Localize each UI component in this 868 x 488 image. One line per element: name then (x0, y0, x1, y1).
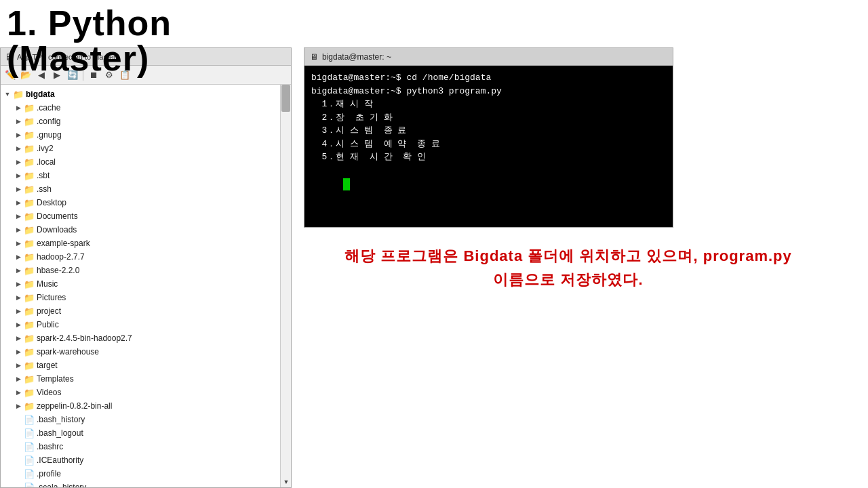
folder-icon: 📁 (24, 306, 35, 317)
tree-item-label: spark-warehouse (37, 347, 99, 357)
tree-item[interactable]: ▶📁spark-2.4.5-bin-hadoop2.7 (1, 331, 280, 345)
file-tree[interactable]: ▼ 📁 bigdata ▶📁.cache▶📁.config▶📁.gnupg▶📁.… (1, 85, 280, 487)
tree-item[interactable]: 📄.scala_history (1, 481, 280, 487)
fm-titlebar: 🖥 App TP - connected to master (1, 48, 291, 66)
tree-toggle-icon: ▶ (14, 361, 22, 369)
folder-icon: 📁 (24, 238, 35, 249)
toolbar-open[interactable]: 📂 (19, 68, 33, 82)
folder-icon: 📁 (24, 143, 35, 154)
tree-toggle-icon: ▶ (14, 199, 22, 207)
tree-toggle-icon (14, 415, 22, 424)
tree-toggle-icon: ▶ (14, 239, 22, 247)
tree-item[interactable]: ▶📁.ivy2 (1, 142, 280, 155)
tree-item-label: hbase-2.2.0 (37, 266, 79, 275)
tree-item[interactable]: ▶📁hadoop-2.7.7 (1, 250, 280, 264)
tree-item[interactable]: ▶📁Public (1, 318, 280, 331)
toolbar-edit[interactable]: ✏️ (3, 68, 17, 82)
tree-item[interactable]: ▶📁Desktop (1, 196, 280, 209)
tree-item-label: .sbt (37, 171, 50, 180)
tree-item[interactable]: ▶📁project (1, 304, 280, 318)
tree-item-label: .bash_history (37, 415, 85, 424)
tree-item[interactable]: ▶📁hbase-2.2.0 (1, 264, 280, 277)
tree-item[interactable]: 📄.profile (1, 467, 280, 481)
tree-item-label: Documents (37, 211, 78, 221)
folder-icon: 📁 (24, 251, 35, 262)
tree-toggle-icon: ▶ (14, 348, 22, 356)
terminal-cursor (343, 178, 350, 190)
tree-item[interactable]: ▶📁.gnupg (1, 128, 280, 142)
description-text: 해당 프로그램은 Bigdata 폴더에 위치하고 있으며, program.p… (317, 244, 819, 291)
terminal-line: 2．장 초 기 화 (311, 111, 666, 125)
tree-item-label: .config (37, 117, 60, 126)
tree-toggle-icon: ▶ (14, 307, 22, 315)
tree-item-label: .local (37, 157, 56, 167)
tree-toggle-icon: ▶ (14, 402, 22, 410)
terminal-titlebar: 🖥 bigdata@master: ~ (304, 47, 673, 65)
folder-icon: 📁 (24, 170, 35, 181)
tree-item[interactable]: ▶📁.sbt (1, 169, 280, 182)
toolbar-stop[interactable]: ⏹ (87, 68, 100, 82)
file-icon: 📄 (24, 455, 35, 466)
tree-toggle-icon: ▶ (14, 266, 22, 274)
tree-item[interactable]: ▶📁zeppelin-0.8.2-bin-all (1, 399, 280, 413)
tree-toggle-icon: ▶ (14, 375, 22, 383)
folder-icon: 📁 (24, 346, 35, 357)
toolbar-forward[interactable]: ▶ (50, 68, 64, 82)
tree-item[interactable]: ▶📁Documents (1, 209, 280, 223)
file-icon: 📄 (24, 468, 35, 479)
tree-item[interactable]: ▶📁Music (1, 277, 280, 291)
tree-item-label: .ICEauthority (37, 455, 83, 465)
tree-item-label: target (37, 361, 58, 370)
tree-item[interactable]: 📄.ICEauthority (1, 453, 280, 467)
tree-item[interactable]: ▶📁.config (1, 115, 280, 128)
toolbar-properties[interactable]: 📋 (118, 68, 132, 82)
tree-item[interactable]: ▶📁Videos (1, 386, 280, 399)
toolbar-refresh[interactable]: 🔄 (66, 68, 79, 82)
scrollbar-thumb[interactable] (281, 85, 290, 112)
terminal-line: 1．재 시 작 (311, 98, 666, 111)
folder-icon: 📁 (24, 401, 35, 411)
tree-item-label: .scala_history (37, 483, 86, 487)
scrollbar[interactable]: ▲ ▼ (280, 85, 291, 487)
tree-toggle-icon: ▶ (14, 388, 22, 396)
terminal-body[interactable]: bigdata@master:~$ cd /home/bigdatabigdat… (304, 65, 673, 228)
tree-item-label: .profile (37, 469, 61, 479)
tree-item-label: Pictures (37, 293, 66, 302)
folder-icon: 📁 (24, 157, 35, 167)
terminal-lines: bigdata@master:~$ cd /home/bigdatabigdat… (311, 71, 666, 164)
terminal-title: bigdata@master: ~ (322, 52, 391, 62)
folder-icon: 📁 (24, 373, 35, 384)
tree-item[interactable]: ▶📁Templates (1, 372, 280, 386)
tree-item[interactable]: 📄.bash_history (1, 413, 280, 426)
tree-item[interactable]: ▶📁.ssh (1, 182, 280, 196)
tree-item[interactable]: 📄.bashrc (1, 440, 280, 453)
tree-item-label: Templates (37, 374, 74, 384)
description-area: 해당 프로그램은 Bigdata 폴더에 위치하고 있으며, program.p… (304, 230, 833, 305)
tree-toggle-icon: ▶ (14, 171, 22, 180)
tree-item-label: Downloads (37, 225, 77, 235)
tree-item[interactable]: ▶📁Downloads (1, 223, 280, 237)
tree-item[interactable]: ▶📁example-spark (1, 237, 280, 250)
tree-toggle-icon: ▶ (14, 212, 22, 220)
folder-icon: 📁 (24, 292, 35, 303)
folder-icon: 📁 (24, 265, 35, 276)
toolbar-back[interactable]: ◀ (35, 68, 48, 82)
tree-item-label: Desktop (37, 198, 66, 207)
file-icon: 📄 (24, 414, 35, 425)
root-toggle: ▼ (3, 90, 12, 98)
tree-item[interactable]: ▶📁.local (1, 155, 280, 169)
tree-item[interactable]: ▶📁spark-warehouse (1, 345, 280, 359)
tree-toggle-icon: ▶ (14, 144, 22, 152)
tree-item[interactable]: 📄.bash_logout (1, 426, 280, 440)
scrollbar-down[interactable]: ▼ (281, 476, 291, 487)
toolbar-settings[interactable]: ⚙ (102, 68, 116, 82)
root-folder-icon: 📁 (13, 89, 24, 100)
tree-item-label: example-spark (37, 239, 90, 248)
terminal-cursor-line (311, 164, 666, 204)
tree-item[interactable]: ▶📁Pictures (1, 291, 280, 304)
tree-item-label: .ssh (37, 184, 52, 194)
tree-item[interactable]: ▶📁target (1, 359, 280, 372)
tree-root[interactable]: ▼ 📁 bigdata (1, 87, 280, 101)
tree-item-label: hadoop-2.7.7 (37, 252, 85, 262)
tree-item[interactable]: ▶📁.cache (1, 101, 280, 115)
